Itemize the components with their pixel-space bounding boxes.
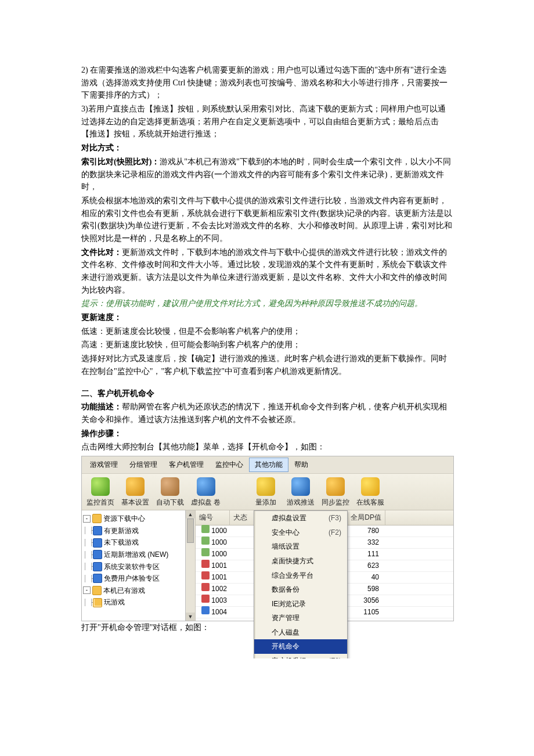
label-index-compare: 索引比对(快照比对)： bbox=[81, 157, 160, 166]
main-pane: -资源下载中心 │ ├ 有更新游戏 │ ├ 未下载游戏 │ ├ 近期新增游戏 (… bbox=[82, 510, 453, 621]
cell-id: 1003 bbox=[196, 595, 229, 606]
dropdown-item[interactable]: 综合业务平台 bbox=[254, 568, 347, 583]
tree-node-label: 资源下载中心 bbox=[103, 513, 145, 524]
folder-icon bbox=[92, 586, 102, 595]
col-dp-header[interactable]: 全局DP值 bbox=[345, 510, 385, 525]
paragraph-low-speed: 低速：更新速度会比较慢，但是不会影响客户机客户的使用； bbox=[81, 325, 453, 338]
dropdown-item-label: 桌面快捷方式 bbox=[272, 556, 313, 567]
book-icon bbox=[161, 477, 179, 496]
tree-node[interactable]: │ ├ 近期新增游戏 (NEW) bbox=[83, 549, 184, 561]
scroll-up-arrow-icon[interactable]: ▲ bbox=[186, 510, 195, 519]
toolbar-game-push[interactable]: 游戏推送 bbox=[287, 477, 315, 508]
toolbar-batch-add[interactable]: 量添加 bbox=[252, 477, 280, 508]
dropdown-item[interactable]: 开机命令 bbox=[254, 639, 347, 654]
tree-node[interactable]: │ ├ 未下载游戏 bbox=[83, 537, 184, 549]
globe-icon bbox=[197, 477, 215, 496]
toolbar-online-support[interactable]: 在线客服 bbox=[356, 477, 384, 508]
paragraph-confirm: 选择好对比方式及速度后，按【确定】进行游戏的推送。此时客户机会进行游戏的更新下载… bbox=[81, 352, 453, 377]
tree-node-label: 近期新增游戏 (NEW) bbox=[104, 549, 168, 560]
row-status-icon bbox=[201, 560, 210, 568]
dropdown-item[interactable]: 墙纸设置 bbox=[254, 539, 347, 554]
tree-panel: -资源下载中心 │ ├ 有更新游戏 │ ├ 未下载游戏 │ ├ 近期新增游戏 (… bbox=[82, 510, 196, 621]
toolbar-virtual-disk[interactable]: 虚拟盘 卷 bbox=[191, 477, 221, 508]
tree-expander-icon[interactable]: - bbox=[83, 515, 91, 523]
tree-node-label: 系统安装软件专区 bbox=[104, 561, 160, 573]
tree-node[interactable]: │ ├ 系统安装软件专区 bbox=[83, 561, 184, 573]
dropdown-item-label: 墙纸设置 bbox=[272, 541, 300, 552]
paragraph-file-compare: 文件比对：更新游戏文件时，下载到本地的游戏文件与下载中心提供的游戏文件进行比较；… bbox=[81, 246, 453, 297]
text-function-desc: 帮助网管在客户机为还原状态的情况下，推送开机命令文件到客户机，使客户机开机实现相… bbox=[81, 402, 447, 424]
paragraph-step-menu: 点击网维大师控制台【其他功能】菜单，选择【开机命令】，如图： bbox=[81, 441, 453, 453]
cell-dp: 111 bbox=[343, 549, 383, 560]
dropdown-item[interactable]: 虚拟盘设置(F3) bbox=[254, 511, 347, 525]
resource-tree[interactable]: -资源下载中心 │ ├ 有更新游戏 │ ├ 未下载游戏 │ ├ 近期新增游戏 (… bbox=[82, 510, 185, 621]
tree-node[interactable]: │ ├ 免费用户体验专区 bbox=[83, 573, 184, 585]
dropdown-item[interactable]: 资产管理 bbox=[254, 611, 347, 625]
paragraph-function-desc: 功能描述：帮助网管在客户机为还原状态的情况下，推送开机命令文件到客户机，使客户机… bbox=[81, 401, 453, 426]
cell-dp: 3056 bbox=[343, 595, 383, 606]
scroll-thumb[interactable] bbox=[187, 519, 194, 543]
dropdown-item-label: IE浏览记录 bbox=[272, 599, 306, 610]
tree-expander-icon[interactable]: - bbox=[83, 586, 91, 594]
dropdown-item[interactable]: IE浏览记录 bbox=[254, 597, 347, 611]
dropdown-item-label: 综合业务平台 bbox=[272, 570, 313, 581]
tree-guide: │ ├ bbox=[83, 597, 93, 607]
menu-monitor-center[interactable]: 监控中心 bbox=[210, 458, 249, 472]
toolbar-label: 游戏推送 bbox=[287, 497, 315, 508]
tree-node[interactable]: -资源下载中心 bbox=[83, 513, 184, 525]
toolbar-label: 自动下载 bbox=[156, 497, 184, 508]
other-functions-dropdown: 虚拟盘设置(F3)安全中心(F2)墙纸设置桌面快捷方式综合业务平台数据备份IE浏… bbox=[254, 510, 348, 658]
tree-scrollbar[interactable]: ▲ ▼ bbox=[185, 510, 195, 621]
cell-id: 1000 bbox=[196, 525, 229, 537]
dropdown-item-label: 数据备份 bbox=[272, 584, 300, 595]
toolbar-sync-monitor[interactable]: 同步监控 bbox=[322, 477, 349, 508]
toolbar-vdisk-suffix: 卷 bbox=[214, 498, 221, 506]
text-file-compare-body: 更新游戏文件时，下载到本地的游戏文件与下载中心提供的游戏文件进行比较；游戏文件的… bbox=[81, 248, 447, 294]
dropdown-item[interactable]: 数据备份 bbox=[254, 582, 347, 597]
menubar: 游戏管理 分组管理 客户机管理 监控中心 其他功能 帮助 bbox=[82, 456, 453, 474]
menu-client-manage[interactable]: 客户机管理 bbox=[163, 458, 210, 472]
menu-other-functions[interactable]: 其他功能 bbox=[249, 458, 288, 472]
dropdown-item[interactable]: 个人磁盘 bbox=[254, 625, 347, 640]
cell-dp: 40 bbox=[343, 572, 383, 583]
paragraph-step2: 2) 在需要推送的游戏栏中勾选客户机需要更新的游戏；用户也可以通过勾选下面的"选… bbox=[81, 64, 453, 102]
dropdown-item-label: 个人磁盘 bbox=[272, 627, 300, 638]
item-icon bbox=[93, 574, 102, 583]
tree-node[interactable]: │ ├ 有更新游戏 bbox=[83, 525, 184, 537]
row-status-icon bbox=[201, 548, 210, 556]
dropdown-item[interactable]: 桌面快捷方式 bbox=[254, 554, 347, 568]
paragraph-index-compare-body: 系统会根据本地游戏的索引文件与下载中心提供的游戏索引文件进行比较，当游戏文件内容… bbox=[81, 195, 453, 245]
row-status-icon bbox=[201, 571, 210, 579]
tree-guide: │ ├ bbox=[83, 538, 93, 548]
toolbar-monitor-home[interactable]: 监控首页 bbox=[86, 477, 114, 508]
toolbar-basic-settings[interactable]: 基本设置 bbox=[121, 477, 149, 508]
push-icon bbox=[291, 477, 310, 496]
toolbar-label: 虚拟盘 卷 bbox=[191, 497, 221, 508]
tree-node[interactable]: -本机已有游戏 bbox=[83, 585, 184, 597]
dropdown-item-label: 安全中心 bbox=[272, 527, 300, 538]
tree-node[interactable]: │ ├ 玩游戏 bbox=[83, 596, 184, 609]
menu-help[interactable]: 帮助 bbox=[288, 458, 314, 472]
magnifier-icon bbox=[257, 477, 275, 496]
toolbar-auto-download[interactable]: 自动下载 bbox=[156, 477, 184, 508]
heading-steps: 操作步骤： bbox=[81, 427, 453, 440]
menu-game-manage[interactable]: 游戏管理 bbox=[84, 458, 124, 472]
cell-dp: 332 bbox=[343, 537, 383, 548]
heading-section-2: 二、客户机开机命令 bbox=[81, 387, 453, 400]
cell-id: 1004 bbox=[196, 606, 229, 618]
cell-dp: 598 bbox=[343, 584, 383, 595]
menu-group-manage[interactable]: 分组管理 bbox=[124, 458, 163, 472]
row-status-icon bbox=[201, 525, 210, 533]
cell-id: 1001 bbox=[196, 571, 229, 583]
scroll-down-arrow-icon[interactable]: ▼ bbox=[186, 613, 195, 621]
tip-paragraph: 提示：使用该功能时，建议用户使用文件对比方式，避免因为种种原因导致推送不成功的问… bbox=[81, 297, 453, 310]
dropdown-item-label: 资产管理 bbox=[272, 613, 300, 624]
monitor-home-icon bbox=[91, 477, 110, 496]
row-status-icon bbox=[201, 606, 210, 614]
dropdown-item[interactable]: 安全中心(F2) bbox=[254, 525, 347, 540]
app-screenshot: 游戏管理 分组管理 客户机管理 监控中心 其他功能 帮助 监控首页 基本设置 自… bbox=[81, 456, 454, 621]
row-status-icon bbox=[201, 583, 210, 591]
cell-dp: 780 bbox=[343, 525, 383, 537]
col-id-header[interactable]: 编号 bbox=[196, 510, 230, 525]
dropdown-item[interactable]: 客户机升级(F8) bbox=[254, 654, 347, 658]
